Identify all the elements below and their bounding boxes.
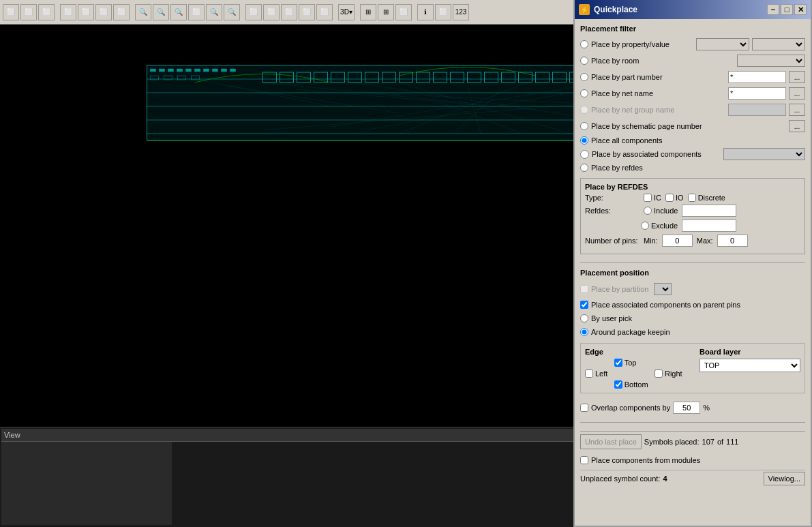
radio-by-refdes[interactable] — [580, 164, 588, 172]
minimize-button[interactable]: − — [767, 4, 779, 15]
radio-by-net-name[interactable] — [580, 89, 588, 97]
filter-row-room: Place by room — [580, 54, 805, 67]
toolbar-btn-3d[interactable]: 3D▾ — [338, 4, 355, 20]
toolbar-btn-16[interactable]: ⬜ — [281, 4, 297, 20]
dialog-title: Quickplace — [594, 5, 637, 14]
radio-place-all[interactable] — [580, 136, 588, 145]
refdes-title: Place by REFDES — [585, 183, 800, 191]
net-group-input[interactable] — [728, 104, 786, 116]
net-name-input[interactable] — [728, 87, 786, 100]
toolbar-btn-2[interactable]: ⬜ — [20, 4, 37, 20]
pos-row-keepin: Around package keepin — [580, 327, 805, 337]
filter-row-schematic: Place by schematic page number ... — [580, 119, 805, 133]
label-by-room: Place by room — [591, 57, 693, 65]
net-name-browse-btn[interactable]: ... — [789, 87, 805, 100]
max-label: Max: — [697, 237, 713, 245]
radio-by-schematic[interactable] — [580, 122, 588, 130]
toolbar-btn-14[interactable]: ⬜ — [245, 4, 262, 20]
radio-around-keepin[interactable] — [580, 328, 588, 336]
property-value-dropdown[interactable] — [752, 38, 805, 50]
exclude-input[interactable] — [682, 220, 736, 232]
toolbar-btn-5[interactable]: ⬜ — [78, 4, 94, 20]
toolbar-btn-18[interactable]: ⬜ — [316, 4, 333, 20]
part-number-browse-btn[interactable]: ... — [789, 71, 805, 83]
schematic-browse-btn[interactable]: ... — [789, 120, 805, 132]
type-label: Type: — [585, 194, 640, 202]
edge-column: Edge Top Left — [585, 348, 686, 389]
toolbar-btn-8[interactable]: 🔍 — [135, 4, 151, 20]
discrete-checkbox[interactable] — [688, 194, 696, 202]
partition-dropdown[interactable] — [654, 283, 672, 295]
label-by-associated: Place by associated components — [592, 150, 702, 158]
checkbox-by-partition[interactable] — [580, 285, 588, 293]
refdes-label: Refdes: — [585, 207, 640, 215]
radio-by-property[interactable] — [580, 40, 588, 48]
toolbar-btn-grid1[interactable]: ⊞ — [360, 4, 376, 20]
toolbar-btn-1[interactable]: ⬜ — [3, 4, 19, 20]
io-checkbox[interactable] — [665, 194, 674, 202]
toolbar-btn-10[interactable]: 🔍 — [170, 4, 187, 20]
toolbar-btn-15[interactable]: ⬜ — [263, 4, 280, 20]
refdes-section: Place by REFDES Type: IC IO Discrete — [580, 178, 805, 254]
dialog-titlebar: ⚡ Quickplace − □ ✕ — [575, 0, 811, 19]
include-label: Include — [654, 207, 678, 215]
min-pins-input[interactable] — [662, 235, 693, 247]
radio-by-part-number[interactable] — [580, 73, 588, 81]
toolbar-btn-num2[interactable]: 123 — [453, 4, 469, 20]
board-layer-dropdown[interactable]: TOP BOTTOM — [700, 359, 800, 372]
top-label: Top — [625, 359, 637, 367]
discrete-checkbox-label: Discrete — [688, 194, 725, 202]
overlap-input[interactable] — [673, 402, 700, 414]
toolbar-btn-17[interactable]: ⬜ — [299, 4, 315, 20]
viewlog-button[interactable]: Viewlog... — [764, 472, 806, 485]
ic-checkbox[interactable] — [644, 194, 652, 202]
toolbar-btn-7[interactable]: ⬜ — [113, 4, 130, 20]
property-dropdown[interactable] — [696, 38, 749, 50]
num-pins-row: Number of pins: Min: Max: — [585, 235, 800, 247]
toolbar-btn-6[interactable]: ⬜ — [95, 4, 112, 20]
radio-by-room[interactable] — [580, 57, 588, 65]
include-input[interactable] — [682, 205, 736, 217]
toolbar-btn-13[interactable]: 🔍 — [224, 4, 240, 20]
board-layer-title: Board layer — [700, 348, 800, 356]
toolbar-btn-grid3[interactable]: ⬜ — [395, 4, 412, 20]
overlap-checkbox[interactable] — [580, 404, 588, 412]
ic-label: IC — [654, 194, 661, 202]
toolbar-btn-11[interactable]: ⬜ — [188, 4, 205, 20]
right-edge-checkbox[interactable] — [655, 370, 663, 378]
bottom-edge-checkbox[interactable] — [614, 380, 622, 389]
placement-position-label: Placement position — [580, 269, 805, 277]
radio-by-associated[interactable] — [580, 150, 589, 159]
toolbar-btn-12[interactable]: 🔍 — [206, 4, 222, 20]
part-number-input[interactable] — [728, 71, 786, 83]
close-button[interactable]: ✕ — [794, 4, 807, 15]
symbols-placed-value: 107 — [702, 438, 715, 446]
radio-by-net-group[interactable] — [580, 106, 588, 114]
toolbar-btn-num1[interactable]: ⬜ — [435, 4, 451, 20]
top-edge-checkbox[interactable] — [614, 359, 622, 367]
label-by-net-name: Place by net name — [591, 89, 693, 97]
radio-user-pick[interactable] — [580, 314, 588, 322]
refdes-input-row: Refdes: Include — [585, 205, 800, 217]
from-modules-checkbox[interactable] — [580, 456, 588, 464]
left-edge-label: Left — [585, 370, 612, 378]
left-edge-checkbox[interactable] — [585, 370, 593, 378]
toolbar-btn-4[interactable]: ⬜ — [60, 4, 76, 20]
checkbox-assoc-parent[interactable] — [580, 301, 588, 309]
max-pins-input[interactable] — [717, 235, 748, 247]
toolbar-btn-9[interactable]: 🔍 — [153, 4, 169, 20]
dialog-titlebar-left: ⚡ Quickplace — [579, 4, 637, 15]
associated-dropdown[interactable] — [723, 148, 805, 160]
svg-rect-9 — [168, 69, 174, 72]
include-radio[interactable] — [644, 207, 652, 215]
undo-last-place-button[interactable]: Undo last place — [580, 434, 642, 449]
toolbar-btn-grid2[interactable]: ⊞ — [378, 4, 394, 20]
maximize-button[interactable]: □ — [781, 4, 793, 15]
net-group-browse-btn[interactable]: ... — [789, 104, 805, 116]
min-label: Min: — [644, 237, 658, 245]
room-dropdown[interactable] — [737, 55, 805, 67]
toolbar-btn-3[interactable]: ⬜ — [38, 4, 55, 20]
view-content — [1, 442, 172, 525]
toolbar-btn-info[interactable]: ℹ — [417, 4, 434, 20]
exclude-radio[interactable] — [641, 222, 649, 230]
